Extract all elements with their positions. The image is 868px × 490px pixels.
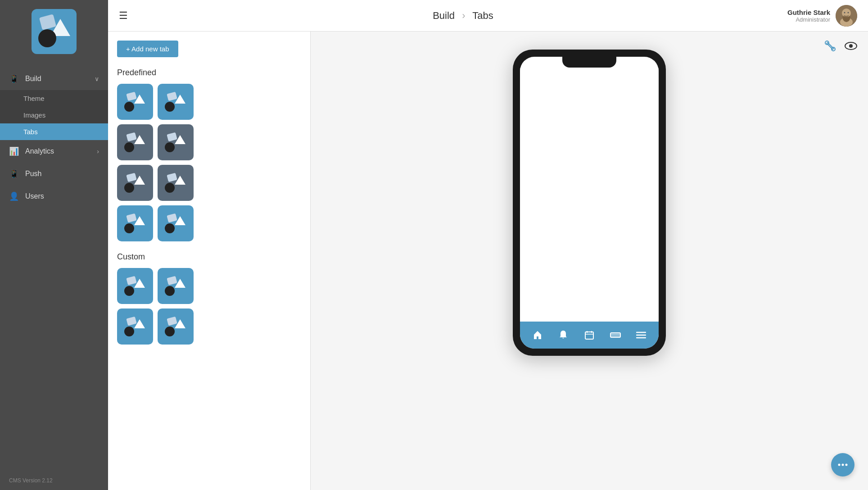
push-icon: 📱 xyxy=(9,169,19,179)
mini-logo-7 xyxy=(123,212,147,235)
sidebar-item-build[interactable]: 📱 Build ∨ xyxy=(0,68,108,90)
breadcrumb-root: Build xyxy=(433,10,455,21)
breadcrumb-separator: › xyxy=(462,10,465,21)
eye-icon[interactable] xyxy=(845,41,857,54)
predefined-icon-grid xyxy=(117,84,301,241)
predefined-tile-6[interactable] xyxy=(158,165,194,201)
predefined-tile-8[interactable] xyxy=(158,205,194,241)
mini-triangle xyxy=(175,319,185,328)
avatar xyxy=(836,5,857,27)
predefined-tile-7[interactable] xyxy=(117,205,153,241)
chat-bubble-button[interactable] xyxy=(831,453,854,476)
predefined-tile-4[interactable] xyxy=(158,124,194,160)
phone-mockup xyxy=(513,50,666,356)
mini-circle xyxy=(124,286,134,296)
svg-point-21 xyxy=(845,464,848,466)
phone-notch xyxy=(562,57,616,68)
sidebar-item-push-label: Push xyxy=(25,170,99,178)
mini-circle xyxy=(124,142,134,152)
sidebar-logo xyxy=(0,0,108,63)
mini-triangle xyxy=(134,95,145,104)
main-area: ☰ Build › Tabs Guthrie Stark Administrat… xyxy=(108,0,868,490)
sidebar-nav: 📱 Build ∨ Theme Images Tabs 📊 Analytics … xyxy=(0,63,108,471)
predefined-tile-1[interactable] xyxy=(117,84,153,120)
sidebar: 📱 Build ∨ Theme Images Tabs 📊 Analytics … xyxy=(0,0,108,490)
phone-tab-calendar xyxy=(581,327,597,343)
phone-screen xyxy=(520,57,659,349)
logo-circle xyxy=(38,29,56,47)
mini-circle xyxy=(124,183,134,193)
users-icon: 👤 xyxy=(9,191,19,201)
mini-triangle xyxy=(175,176,185,185)
mini-triangle xyxy=(134,319,145,328)
add-new-tab-button[interactable]: + Add new tab xyxy=(117,41,178,57)
sidebar-item-users[interactable]: 👤 Users xyxy=(0,185,108,208)
cms-version: CMS Version 2.12 xyxy=(0,471,108,490)
predefined-tile-3[interactable] xyxy=(117,124,153,160)
mini-circle xyxy=(165,327,175,336)
breadcrumb: Build › Tabs xyxy=(139,10,787,22)
mini-circle xyxy=(165,142,175,152)
mini-triangle xyxy=(175,279,185,288)
mini-circle xyxy=(165,183,175,193)
app-logo xyxy=(32,9,77,54)
header: ☰ Build › Tabs Guthrie Stark Administrat… xyxy=(108,0,868,32)
mini-triangle xyxy=(175,135,185,144)
svg-point-19 xyxy=(838,464,841,466)
mini-triangle xyxy=(134,279,145,288)
svg-point-4 xyxy=(848,12,849,13)
custom-tile-1[interactable] xyxy=(117,268,153,304)
mini-logo-1 xyxy=(123,90,147,113)
mini-triangle xyxy=(175,216,185,225)
predefined-tile-5[interactable] xyxy=(117,165,153,201)
hamburger-button[interactable]: ☰ xyxy=(119,10,128,22)
user-role: Administrator xyxy=(787,16,830,23)
mini-logo-6 xyxy=(164,171,187,195)
custom-icon-grid xyxy=(117,268,301,345)
mini-circle xyxy=(165,102,175,112)
predefined-tile-2[interactable] xyxy=(158,84,194,120)
svg-point-3 xyxy=(844,12,845,13)
user-name: Guthrie Stark xyxy=(787,9,830,16)
sidebar-item-images[interactable]: Images xyxy=(0,107,108,123)
sidebar-item-tabs[interactable]: Tabs xyxy=(0,123,108,140)
phone-tab-ticket xyxy=(607,327,624,343)
preview-toolbar xyxy=(824,40,857,55)
mini-triangle xyxy=(134,135,145,144)
user-info: Guthrie Stark Administrator xyxy=(787,5,857,27)
mini-triangle xyxy=(134,176,145,185)
custom-tile-4[interactable] xyxy=(158,309,194,345)
sidebar-item-analytics[interactable]: 📊 Analytics › xyxy=(0,140,108,163)
custom-tile-3[interactable] xyxy=(117,309,153,345)
phone-content xyxy=(520,68,659,322)
sidebar-item-analytics-label: Analytics xyxy=(25,147,97,155)
mini-logo-4 xyxy=(164,131,187,154)
mini-logo-2 xyxy=(164,90,187,113)
svg-rect-9 xyxy=(585,332,593,339)
preview-area xyxy=(311,32,868,490)
predefined-section-label: Predefined xyxy=(117,68,301,77)
mini-circle xyxy=(124,223,134,233)
mini-triangle xyxy=(134,216,145,225)
mini-triangle xyxy=(175,95,185,104)
mini-circle xyxy=(165,223,175,233)
sidebar-item-push[interactable]: 📱 Push xyxy=(0,163,108,185)
mini-logo-c3 xyxy=(123,315,147,338)
sidebar-item-users-label: Users xyxy=(25,192,99,200)
mini-circle xyxy=(165,286,175,296)
svg-rect-13 xyxy=(610,333,620,337)
sidebar-item-build-label: Build xyxy=(25,75,95,83)
phone-tab-bar xyxy=(520,322,659,349)
tabs-panel: + Add new tab Predefined xyxy=(108,32,311,490)
chevron-right-icon: › xyxy=(97,148,99,155)
phone-tab-menu xyxy=(633,327,649,343)
build-submenu: Theme Images Tabs xyxy=(0,90,108,140)
chevron-down-icon: ∨ xyxy=(95,75,99,82)
mini-logo-8 xyxy=(164,212,187,235)
sidebar-item-theme[interactable]: Theme xyxy=(0,90,108,107)
content-area: + Add new tab Predefined xyxy=(108,32,868,490)
mini-logo-c1 xyxy=(123,274,147,298)
custom-tile-2[interactable] xyxy=(158,268,194,304)
mini-circle xyxy=(124,327,134,336)
tools-icon[interactable] xyxy=(824,40,836,55)
